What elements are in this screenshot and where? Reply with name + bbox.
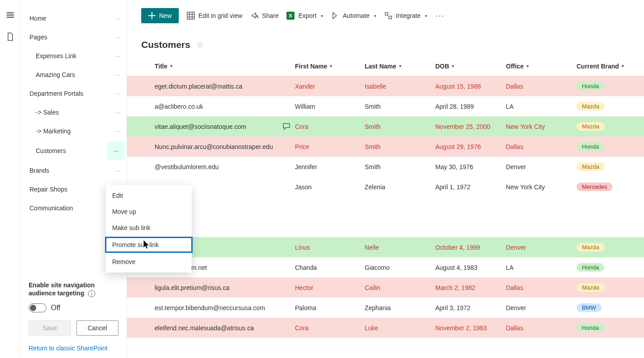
table-row[interactable]: eleifend.nec.malesuada@atrisus.caCoraLuk… xyxy=(127,318,644,338)
nav-item-department-portals[interactable]: Department Portals··· xyxy=(21,84,126,103)
favorite-star-icon[interactable]: ☆ xyxy=(197,40,204,50)
table-row[interactable]: vitae.aliquet@sociisnatoque.comCoraSmith… xyxy=(127,116,644,136)
main-content: New Edit in grid view Share Export ▾ Aut… xyxy=(127,0,644,358)
column-header-first-name[interactable]: First Name▾ xyxy=(295,63,365,70)
integrate-icon xyxy=(384,12,392,20)
cell-dob: November 2, 1983 xyxy=(435,324,506,332)
more-actions-button[interactable]: ··· xyxy=(435,11,445,21)
table-row[interactable]: Nullam@Etiam.netChandaGiacomoAugust 4, 1… xyxy=(127,257,644,277)
brand-badge: BMW xyxy=(577,303,602,312)
cell-first: Linus xyxy=(295,244,365,251)
cell-dob: August 4, 1983 xyxy=(435,264,506,271)
cell-title[interactable]: Nunc.pulvinar.arcu@conubianostraper.edu xyxy=(155,143,295,150)
context-menu-edit[interactable]: Edit xyxy=(106,188,192,204)
cell-title[interactable]: eleifend.nec.malesuada@atrisus.ca xyxy=(155,324,295,332)
nav-item-home[interactable]: Home··· xyxy=(21,9,126,28)
nav-item-amazing-cars[interactable]: Amazing Cars··· xyxy=(21,65,126,84)
cell-brand: Honda xyxy=(577,82,644,90)
cell-office: New York City xyxy=(506,183,577,191)
table-row[interactable]: on.comJasonZeleniaApril 1, 1972New York … xyxy=(127,177,644,197)
comment-icon[interactable] xyxy=(282,123,290,130)
cell-last: Zelenia xyxy=(365,183,435,191)
cell-office: LA xyxy=(506,264,577,271)
nav-item-more-button[interactable]: ··· xyxy=(114,15,121,22)
nav-item-more-button[interactable]: ··· xyxy=(114,167,121,174)
cancel-button[interactable]: Cancel xyxy=(76,320,119,336)
table-row[interactable]: Nunc.pulvinar.arcu@conubianostraper.eduP… xyxy=(127,136,644,157)
grid-icon[interactable] xyxy=(6,11,15,20)
page-icon[interactable] xyxy=(6,32,15,41)
cell-title[interactable]: eget.dictum.placerat@mattis.ca xyxy=(155,83,295,90)
cell-office: Denver xyxy=(506,304,577,311)
context-menu-move-up[interactable]: Move up xyxy=(106,204,192,220)
cell-title[interactable]: ligula.elit.pretium@risus.ca xyxy=(155,284,295,291)
table-row[interactable]: a@aclibero.co.ukWilliamSmithApril 28, 19… xyxy=(127,96,644,116)
nav-item-label: Amazing Cars xyxy=(36,71,75,78)
chevron-down-icon: ▾ xyxy=(425,13,427,18)
nav-item-more-button[interactable]: ··· xyxy=(114,128,121,135)
new-button-label: New xyxy=(159,12,172,19)
integrate-button[interactable]: Integrate ▾ xyxy=(384,12,427,20)
toggle-state-label: Off xyxy=(51,304,60,312)
table-row[interactable]: est.tempor.bibendum@neccursusa.comPaloma… xyxy=(127,298,644,318)
share-label: Share xyxy=(262,12,278,19)
nav-item-more-button[interactable]: ··· xyxy=(114,90,121,97)
plus-icon xyxy=(148,12,156,19)
nav-item-more-button[interactable]: ··· xyxy=(114,109,121,116)
chevron-down-icon: ▾ xyxy=(374,13,376,18)
table-row[interactable]: @in.eduLinusNelleOctober 4, 1999DenverMa… xyxy=(127,237,644,257)
nav-item--marketing[interactable]: -> Marketing··· xyxy=(21,122,126,141)
brand-badge: Honda xyxy=(577,324,604,332)
nav-context-menu: EditMove upMake sub linkPromote sub link… xyxy=(106,185,192,273)
table-row[interactable]: @vestibulumlorem.eduJenniferSmithMay 30,… xyxy=(127,157,644,177)
classic-sharepoint-link[interactable]: Return to classic SharePoint xyxy=(29,345,118,352)
edit-in-grid-button[interactable]: Edit in grid view xyxy=(187,12,242,20)
cell-dob: April 3, 1972 xyxy=(435,304,506,311)
brand-badge: Mazda xyxy=(577,102,605,111)
context-menu-promote-sub-link[interactable]: Promote sub link xyxy=(105,237,193,253)
nav-item-more-button[interactable]: ··· xyxy=(114,71,121,78)
table-row-gap xyxy=(127,197,644,217)
column-header-dob[interactable]: DOB▾ xyxy=(435,63,506,70)
cell-first: Price xyxy=(295,143,365,150)
cell-title[interactable]: est.tempor.bibendum@neccursusa.com xyxy=(155,304,295,311)
new-button[interactable]: New xyxy=(141,8,179,23)
context-menu-make-sub-link[interactable]: Make sub link xyxy=(106,220,192,236)
cell-first: Cora xyxy=(295,123,365,130)
column-header-title[interactable]: Title▾ xyxy=(127,63,295,70)
share-button[interactable]: Share xyxy=(250,12,278,20)
brand-badge: Mazda xyxy=(577,243,605,251)
nav-item-label: Repair Shops xyxy=(29,186,67,193)
table-row[interactable]: eget.dictum.placerat@mattis.caXanderIsab… xyxy=(127,76,644,96)
column-header-current-brand[interactable]: Current Brand▾ xyxy=(577,63,644,70)
context-menu-remove[interactable]: Remove xyxy=(106,254,192,270)
cell-title[interactable]: a@aclibero.co.uk xyxy=(155,103,295,110)
nav-item-more-button[interactable]: ··· xyxy=(114,52,121,60)
nav-item-more-button[interactable]: ··· xyxy=(114,34,121,41)
nav-item--sales[interactable]: -> Sales··· xyxy=(21,103,126,122)
nav-item-expenses-link[interactable]: Expenses Link··· xyxy=(21,47,126,65)
column-header-last-name[interactable]: Last Name▾ xyxy=(365,63,435,70)
nav-item-more-button[interactable]: ··· xyxy=(107,142,125,160)
automate-button[interactable]: Automate ▾ xyxy=(331,12,376,20)
nav-item-pages[interactable]: Pages··· xyxy=(21,28,126,47)
svg-rect-6 xyxy=(389,16,391,19)
nav-item-customers[interactable]: Customers··· xyxy=(21,141,126,161)
cell-first: Paloma xyxy=(295,304,365,311)
cell-office: Denver xyxy=(506,163,577,170)
export-button[interactable]: Export ▾ xyxy=(286,12,323,20)
column-header-office[interactable]: Office▾ xyxy=(506,63,577,70)
list-title-bar: Customers ☆ xyxy=(127,28,644,56)
chevron-down-icon: ▾ xyxy=(330,64,332,68)
sidebar: Home···Pages···Expenses Link···Amazing C… xyxy=(21,0,127,358)
cell-dob: April 28, 1989 xyxy=(435,103,506,110)
nav-item-brands[interactable]: Brands··· xyxy=(21,161,126,180)
cell-last: Isabelle xyxy=(365,83,435,90)
audience-targeting-toggle[interactable] xyxy=(29,303,46,312)
info-icon[interactable]: i xyxy=(88,290,95,297)
cell-title[interactable]: @vestibulumlorem.edu xyxy=(155,163,295,170)
table-row[interactable]: ligula.elit.pretium@risus.caHectorCailin… xyxy=(127,277,644,298)
cell-title[interactable]: vitae.aliquet@sociisnatoque.com xyxy=(155,123,295,130)
grid-edit-icon xyxy=(187,12,195,20)
chevron-down-icon: ▾ xyxy=(399,64,401,68)
